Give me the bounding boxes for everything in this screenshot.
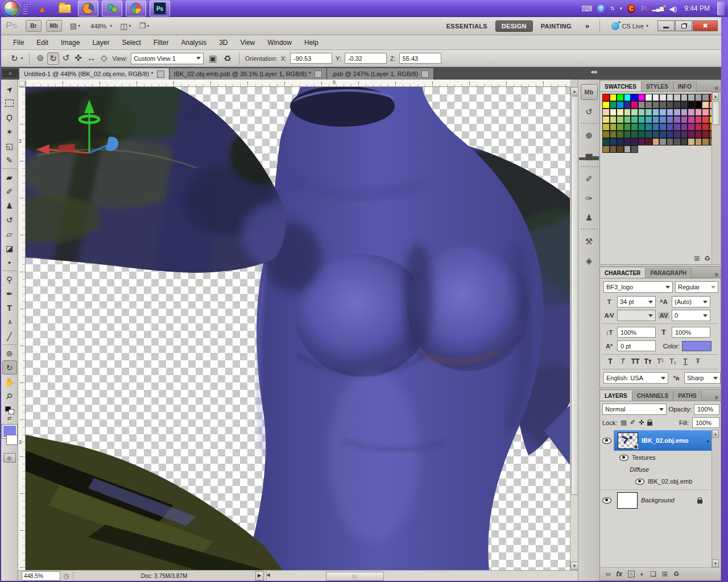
swatch[interactable] [624,131,631,138]
tool-button[interactable]: ◪ [2,241,17,255]
panel-menu-icon[interactable]: ≡ [715,271,721,278]
tool-button[interactable]: ▱ [2,227,17,241]
panel-tab[interactable]: SWATCHES [600,81,642,92]
swatch[interactable] [688,138,695,146]
orientation-y-field[interactable]: -0.32 [345,53,387,64]
text-color-swatch[interactable] [682,341,712,351]
swatch[interactable] [702,138,709,146]
panel-tab[interactable]: LAYERS [600,390,632,401]
tool-button[interactable]: ✶ [2,124,17,139]
new-swatch-icon[interactable]: ⊞ [694,255,700,263]
panel-menu-icon[interactable]: ≡ [715,85,721,92]
swatch[interactable] [617,101,624,109]
updown-arrows-icon[interactable]: ⇅ [610,6,615,11]
swatch[interactable] [667,101,674,109]
tool-preset-picker[interactable]: ↻▾ [9,53,23,64]
tab-close-icon[interactable] [421,70,429,78]
swatch[interactable] [638,131,646,138]
swatch[interactable] [617,116,624,123]
swatch[interactable] [631,94,638,101]
start-button[interactable] [3,1,19,16]
tool-button[interactable]: ➤ [2,82,17,96]
tool-button[interactable]: ● [2,255,17,271]
zoom-level-button[interactable]: 448%▾ [88,22,112,31]
swatch[interactable] [602,109,610,116]
swatch[interactable] [645,109,652,116]
3d-mode-button[interactable]: ◇ [99,52,109,65]
swatch[interactable] [702,131,709,138]
orientation-z-field[interactable]: 55.43 [399,53,441,64]
dock-collapse-button[interactable]: ◀◀ [590,69,596,74]
menu-item[interactable]: 3D [213,39,234,47]
screen-mode-button[interactable]: ❐▾ [139,22,150,30]
restore-button[interactable] [675,20,692,31]
swatch[interactable] [610,94,617,101]
tool-button[interactable]: ✋ [2,375,17,389]
tool-button[interactable]: ↺ [2,213,17,227]
swatch[interactable] [631,116,638,123]
swatch[interactable] [695,94,702,101]
new-layer-icon[interactable]: ⊞ [662,570,668,578]
tool-button[interactable]: ✎ [2,153,17,169]
swatch[interactable] [695,116,702,123]
panel-tab[interactable]: PATHS [673,390,701,401]
ruler-origin-box[interactable] [18,80,26,87]
scroll-up-icon[interactable]: ▲ [570,87,578,95]
panel-tab[interactable]: INFO [673,81,697,92]
swatch[interactable] [695,123,702,131]
background-color-swatch[interactable] [6,435,18,445]
kerning-select[interactable] [617,310,656,321]
volume-icon[interactable]: ◀) [669,5,677,13]
swatches-scrollbar[interactable]: ▲ [712,92,720,264]
swatch[interactable] [610,131,617,138]
format-button[interactable]: T [605,356,616,367]
layer-name[interactable]: Background [641,497,675,504]
menu-item[interactable]: Image [55,39,86,47]
swatch[interactable] [610,138,617,146]
swatch[interactable] [695,138,702,146]
menu-item[interactable]: Select [115,39,147,47]
swatch[interactable] [638,138,646,146]
swatch[interactable] [681,116,688,123]
layer-name[interactable]: IBK_02.obj.emo [642,437,689,444]
swatch[interactable] [688,109,695,116]
3d-mode-button[interactable]: ↻ [47,52,59,65]
swatch[interactable] [631,138,638,146]
layers-scrollbar[interactable]: ▲ ▼ [712,430,720,567]
swatch[interactable] [695,109,702,116]
horizontal-scale-field[interactable]: 100% [672,327,710,338]
eye-icon[interactable] [619,455,628,461]
navigator-panel-icon[interactable]: ☸ [581,128,597,143]
font-family-select[interactable]: BF3_logo [603,281,673,293]
new-group-icon[interactable]: ❏ [650,570,656,578]
format-button[interactable]: T¹ [655,356,666,367]
orientation-x-field[interactable]: -90.53 [290,53,332,64]
swatch[interactable] [695,101,702,109]
blend-mode-select[interactable]: Normal [602,404,667,415]
document-size-info[interactable]: Doc: 3.75M/3.87M [73,573,255,579]
swatch[interactable] [624,146,631,153]
swatch[interactable] [688,101,695,109]
histogram-panel-icon[interactable]: ▂▅▃ [581,148,597,163]
lock-position-icon[interactable]: ✜ [639,419,644,426]
ruler-top[interactable]: 5 [26,80,570,87]
swatch[interactable] [638,109,646,116]
taskbar-item-firefox[interactable] [78,1,98,16]
workspace-button[interactable]: ESSENTIALS [441,21,493,31]
swatch[interactable] [702,116,709,123]
menu-item[interactable]: Help [298,39,325,47]
arrange-documents-button[interactable]: ◫▾ [120,22,131,31]
swatch[interactable] [617,138,624,146]
minimize-button[interactable] [657,20,675,31]
cs-live-button[interactable]: CS Live▾ [611,22,648,30]
swatch[interactable] [659,123,667,131]
eye-icon[interactable] [635,479,644,485]
panel-tab[interactable]: CHANNELS [632,390,674,401]
swatch[interactable] [602,94,610,101]
tool-button[interactable]: ✐ [2,184,17,198]
workspace-button[interactable]: PAINTING [535,21,577,31]
3d-panel-icon[interactable]: ◈ [581,253,597,268]
swatch[interactable] [688,123,695,131]
swatch[interactable] [681,109,688,116]
scroll-down-icon[interactable]: ▼ [712,559,719,567]
